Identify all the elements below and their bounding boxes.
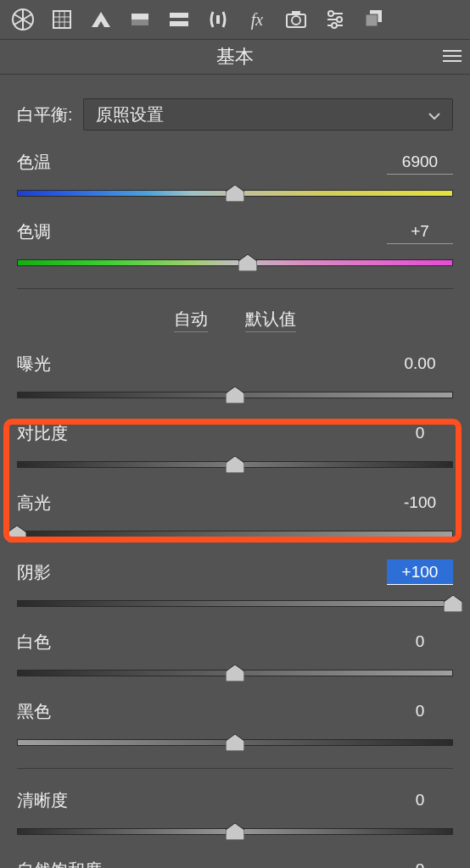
whites-track[interactable] — [17, 661, 453, 683]
lens-icon[interactable] — [199, 0, 238, 39]
panel-menu-icon[interactable] — [443, 46, 462, 68]
svg-rect-10 — [131, 19, 148, 25]
temperature-track[interactable] — [17, 181, 453, 203]
svg-rect-25 — [366, 14, 378, 26]
crop-icon[interactable] — [42, 0, 81, 39]
contrast-slider: 对比度 0 — [17, 420, 453, 475]
highlights-thumb[interactable] — [8, 526, 26, 542]
clarity-value[interactable]: 0 — [387, 787, 453, 813]
blacks-value[interactable]: 0 — [387, 698, 453, 724]
svg-rect-17 — [292, 11, 300, 14]
clarity-slider: 清晰度 0 — [17, 787, 453, 842]
temperature-value[interactable]: 6900 — [387, 149, 453, 175]
contrast-value[interactable]: 0 — [387, 420, 453, 446]
exposure-track[interactable] — [17, 383, 453, 405]
tint-label: 色调 — [17, 220, 51, 243]
panel-title-bar: 基本 — [0, 39, 470, 75]
panel-body: 白平衡: 原照设置 色温 6900 色调 +7 自动 默认值 — [0, 98, 470, 868]
tint-slider: 色调 +7 — [17, 219, 453, 273]
panel-title: 基本 — [216, 44, 254, 70]
highlights-track[interactable] — [17, 522, 453, 544]
exposure-value[interactable]: 0.00 — [387, 351, 453, 376]
default-button[interactable]: 默认值 — [245, 308, 296, 332]
effects-icon[interactable]: fx — [238, 0, 277, 39]
highlights-value[interactable]: -100 — [387, 490, 453, 515]
highlights-slider: 高光 -100 — [17, 490, 453, 544]
whites-label: 白色 — [17, 631, 51, 654]
temperature-thumb[interactable] — [226, 185, 244, 202]
chevron-down-icon — [428, 105, 440, 125]
contrast-label: 对比度 — [17, 422, 68, 445]
vibrance-slider: 自然饱和度 0 — [17, 857, 453, 868]
svg-rect-11 — [170, 13, 188, 18]
contrast-thumb[interactable] — [226, 456, 244, 473]
vibrance-value[interactable]: 0 — [387, 857, 453, 868]
divider — [17, 768, 453, 769]
whites-slider: 白色 0 — [17, 629, 453, 683]
blacks-thumb[interactable] — [226, 734, 244, 751]
presets-icon[interactable] — [355, 0, 394, 39]
vibrance-label: 自然饱和度 — [17, 859, 102, 869]
tint-thumb[interactable] — [238, 254, 257, 271]
temperature-label: 色温 — [17, 151, 51, 174]
shadows-label: 阴影 — [17, 561, 51, 584]
white-balance-select[interactable]: 原照设置 — [83, 98, 453, 131]
tone-curve-icon[interactable] — [81, 0, 120, 39]
white-balance-label: 白平衡: — [17, 103, 73, 126]
whites-value[interactable]: 0 — [387, 629, 453, 654]
auto-button[interactable]: 自动 — [174, 308, 208, 332]
camera-icon[interactable] — [277, 0, 316, 39]
whites-thumb[interactable] — [226, 665, 244, 682]
exposure-slider: 曝光 0.00 — [17, 351, 453, 405]
highlights-label: 高光 — [17, 492, 51, 515]
sliders-icon[interactable] — [316, 0, 355, 39]
shadows-track[interactable] — [17, 592, 453, 614]
clarity-thumb[interactable] — [226, 823, 244, 840]
svg-text:fx: fx — [251, 10, 264, 30]
blacks-slider: 黑色 0 — [17, 698, 453, 753]
svg-rect-12 — [170, 21, 188, 26]
detail-icon[interactable] — [120, 0, 159, 39]
tint-value[interactable]: +7 — [387, 219, 453, 244]
svg-point-23 — [332, 23, 337, 28]
blacks-track[interactable] — [17, 731, 453, 753]
shadows-slider: 阴影 +100 — [17, 559, 453, 614]
contrast-track[interactable] — [17, 453, 453, 475]
exposure-label: 曝光 — [17, 353, 51, 376]
clarity-track[interactable] — [17, 820, 453, 842]
svg-point-16 — [292, 16, 300, 25]
top-toolbar: fx — [0, 0, 470, 39]
split-tone-icon[interactable] — [159, 0, 199, 39]
clarity-label: 清晰度 — [17, 789, 68, 812]
svg-rect-13 — [216, 15, 220, 24]
svg-rect-2 — [53, 11, 70, 28]
tint-track[interactable] — [17, 251, 453, 273]
svg-point-21 — [337, 17, 342, 22]
temperature-slider: 色温 6900 — [17, 149, 453, 203]
divider — [17, 288, 453, 289]
shadows-thumb[interactable] — [444, 595, 462, 612]
blacks-label: 黑色 — [17, 700, 51, 723]
exposure-thumb[interactable] — [226, 387, 244, 403]
svg-point-19 — [328, 11, 333, 16]
aperture-icon[interactable] — [3, 0, 42, 39]
white-balance-value: 原照设置 — [96, 103, 164, 126]
shadows-value[interactable]: +100 — [387, 559, 453, 585]
